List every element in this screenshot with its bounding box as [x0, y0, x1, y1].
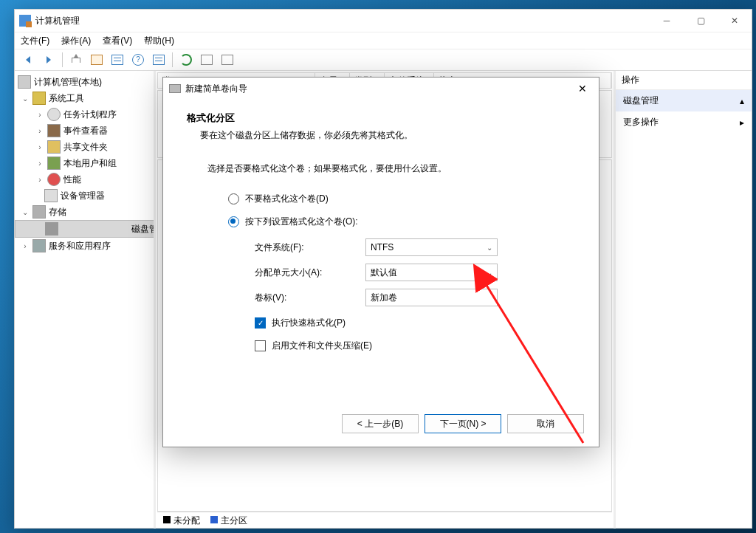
- toolbar-button-6[interactable]: ?: [129, 51, 147, 69]
- refresh-icon: [180, 54, 192, 66]
- arrow-left-icon: [26, 56, 30, 63]
- app-icon: [19, 15, 31, 27]
- toolbar-button-10[interactable]: [219, 51, 236, 69]
- chevron-down-icon: ⌄: [21, 94, 30, 103]
- tree-task-scheduler[interactable]: ›任务计划程序: [15, 106, 154, 123]
- chevron-right-icon: ›: [21, 242, 30, 250]
- toolbar-button-7[interactable]: [150, 51, 168, 69]
- desktop: 计算机管理 ─ ▢ ✕ 文件(F) 操作(A) 查看(V) 帮助(H) ?: [0, 0, 756, 533]
- chevron-right-icon: ›: [35, 111, 44, 119]
- menu-view[interactable]: 查看(V): [103, 35, 132, 47]
- chevron-right-icon: ›: [35, 127, 44, 135]
- actions-more[interactable]: 更多操作 ▸: [616, 111, 752, 133]
- storage-icon: [32, 205, 46, 219]
- menubar: 文件(F) 操作(A) 查看(V) 帮助(H): [15, 32, 752, 49]
- panel-icon: [91, 55, 103, 65]
- actions-category-diskmgmt[interactable]: 磁盘管理 ▴: [616, 90, 752, 111]
- tree-services-apps[interactable]: ›服务和应用程序: [15, 238, 154, 254]
- dialog-titlebar: 新建简单卷向导 ✕: [163, 78, 599, 100]
- legend: 未分配 主分区: [157, 512, 612, 529]
- tree-performance[interactable]: ›性能: [15, 171, 154, 188]
- performance-icon: [47, 173, 61, 186]
- toolbar-separator: [172, 52, 173, 67]
- dialog-subheading: 要在这个磁盘分区上储存数据，你必须先将其格式化。: [200, 129, 575, 142]
- minimize-button[interactable]: ─: [650, 10, 684, 32]
- volume-name-input[interactable]: 新加卷: [365, 289, 498, 306]
- users-icon: [47, 157, 61, 170]
- chevron-up-icon: ▴: [740, 96, 744, 106]
- radio-format-with-settings[interactable]: 按下列设置格式化这个卷(O):: [228, 216, 575, 228]
- checkbox-enable-compression[interactable]: 启用文件和文件夹压缩(E): [255, 340, 575, 352]
- tree-event-viewer[interactable]: ›事件查看器: [15, 123, 154, 139]
- toolbar-button-9[interactable]: [198, 51, 216, 69]
- disk-icon: [169, 84, 181, 93]
- checkbox-quick-format[interactable]: ✓ 执行快速格式化(P): [255, 317, 575, 329]
- dialog-close-button[interactable]: ✕: [572, 78, 593, 99]
- options-icon: [201, 55, 213, 65]
- checkbox-icon: [255, 340, 266, 351]
- tree-system-tools[interactable]: ⌄系统工具: [15, 90, 154, 106]
- maximize-button[interactable]: ▢: [684, 10, 718, 32]
- legend-primary: 主分区: [210, 515, 247, 527]
- legend-swatch-primary: [210, 516, 218, 523]
- check-icon: [221, 55, 233, 65]
- navigation-tree[interactable]: 计算机管理(本地) ⌄系统工具 ›任务计划程序 ›事件查看器 ›共享文件夹 ›本…: [15, 71, 156, 529]
- event-icon: [47, 124, 61, 137]
- row-volume-label: 卷标(V): 新加卷: [255, 289, 575, 306]
- menu-help[interactable]: 帮助(H): [144, 35, 174, 47]
- window-title: 计算机管理: [35, 15, 650, 27]
- toolbar-button-4[interactable]: [88, 51, 106, 69]
- filesystem-select[interactable]: NTFS ⌄: [365, 238, 498, 256]
- refresh-button[interactable]: [177, 51, 195, 69]
- new-simple-volume-wizard-dialog: 新建简单卷向导 ✕ 格式化分区 要在这个磁盘分区上储存数据，你必须先将其格式化。…: [162, 77, 599, 447]
- chevron-down-icon: ⌄: [21, 208, 30, 216]
- close-button[interactable]: ✕: [718, 10, 752, 32]
- toolbar-separator: [62, 52, 63, 67]
- radio-no-format[interactable]: 不要格式化这个卷(D): [228, 193, 575, 205]
- dialog-prompt: 选择是否要格式化这个卷；如果要格式化，要使用什么设置。: [207, 162, 575, 175]
- menu-file[interactable]: 文件(F): [21, 35, 49, 47]
- up-button[interactable]: [67, 51, 85, 69]
- details-icon: [153, 55, 165, 65]
- chevron-right-icon: ›: [35, 176, 44, 184]
- chevron-right-icon: ›: [35, 143, 44, 151]
- chevron-right-icon: ›: [35, 159, 44, 168]
- dialog-title: 新建简单卷向导: [185, 83, 572, 95]
- arrow-right-icon: [47, 56, 51, 63]
- nav-back-button[interactable]: [19, 51, 37, 69]
- tools-icon: [32, 92, 46, 105]
- device-icon: [44, 189, 58, 202]
- chevron-right-icon: ▸: [740, 117, 744, 128]
- chevron-down-icon: ⌄: [487, 269, 492, 277]
- allocation-select[interactable]: 默认值 ⌄: [365, 264, 498, 281]
- toolbar: ?: [15, 49, 752, 71]
- filesystem-label: 文件系统(F):: [255, 241, 365, 254]
- titlebar: 计算机管理 ─ ▢ ✕: [15, 10, 752, 32]
- clock-icon: [47, 108, 61, 121]
- dialog-buttons: < 上一步(B) 下一页(N) > 取消: [342, 414, 584, 433]
- tree-storage[interactable]: ⌄存储: [15, 204, 154, 220]
- up-icon: [72, 58, 80, 63]
- tree-device-manager[interactable]: 设备管理器: [15, 188, 154, 204]
- actions-pane: 操作 磁盘管理 ▴ 更多操作 ▸: [616, 71, 752, 529]
- checkbox-icon: ✓: [255, 317, 266, 329]
- toolbar-button-5[interactable]: [109, 51, 126, 69]
- folder-icon: [47, 140, 61, 154]
- back-button[interactable]: < 上一步(B): [342, 414, 419, 433]
- actions-header: 操作: [616, 71, 752, 90]
- menu-action[interactable]: 操作(A): [61, 35, 91, 47]
- tree-disk-management[interactable]: 磁盘管理: [15, 220, 156, 238]
- row-allocation-unit: 分配单元大小(A): 默认值 ⌄: [255, 264, 575, 281]
- tree-local-users[interactable]: ›本地用户和组: [15, 155, 154, 171]
- cancel-button[interactable]: 取消: [507, 414, 584, 433]
- radio-icon: [228, 193, 239, 204]
- radio-icon: [228, 216, 239, 227]
- nav-forward-button[interactable]: [40, 51, 58, 69]
- next-button[interactable]: 下一页(N) >: [425, 414, 501, 433]
- dialog-body: 格式化分区 要在这个磁盘分区上储存数据，你必须先将其格式化。 选择是否要格式化这…: [163, 100, 599, 352]
- chevron-down-icon: ⌄: [487, 244, 492, 252]
- services-icon: [32, 239, 46, 252]
- tree-root[interactable]: 计算机管理(本地): [15, 74, 154, 90]
- legend-swatch-unallocated: [163, 516, 171, 523]
- tree-shared-folders[interactable]: ›共享文件夹: [15, 139, 154, 155]
